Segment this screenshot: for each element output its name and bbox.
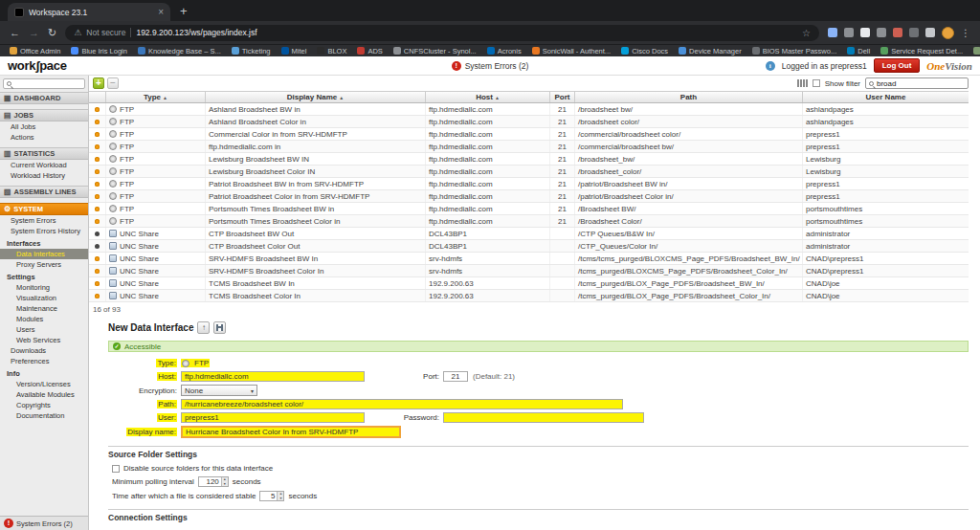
table-row[interactable]: FTPLewisburg Broadsheet Color INftp.hdme… [89, 166, 969, 178]
sidebar-item-actions[interactable]: Actions [0, 132, 88, 143]
table-row[interactable]: UNC ShareCTP Broadsheet BW OutDCL43BP1/C… [89, 228, 969, 240]
extension-icon[interactable] [844, 28, 854, 37]
sidebar-section-statistics[interactable]: ▥STATISTICS [0, 147, 88, 160]
table-row[interactable]: UNC ShareTCMS Broadsheet BW In192.9.200.… [89, 277, 969, 290]
browser-tab[interactable]: Workspace 23.1 × [8, 3, 170, 21]
remove-interface-button[interactable]: − [107, 77, 119, 89]
sidebar-item-downloads[interactable]: Downloads [0, 345, 88, 356]
not-secure-icon[interactable]: ⚠ [74, 29, 81, 37]
sidebar-item-documentation[interactable]: Documentation [0, 410, 88, 421]
bookmark-dell[interactable]: Dell [847, 47, 870, 55]
sidebar-search-input[interactable] [3, 78, 85, 89]
address-bar[interactable]: ⚠ Not secure 192.9.200.123/ws/pages/inde… [65, 25, 819, 41]
column-header-type[interactable]: Type▲ [106, 92, 206, 102]
sidebar-item-users[interactable]: Users [0, 324, 88, 335]
sidebar-item-proxy-servers[interactable]: Proxy Servers [0, 259, 88, 270]
sidebar-section-jobs[interactable]: ▤JOBS [0, 109, 88, 121]
column-header-status[interactable] [89, 92, 106, 102]
bookmark-how-to-install-and-s[interactable]: How to install and s... [973, 47, 980, 55]
sidebar-item-version-licenses[interactable]: Version/Licenses [0, 379, 88, 389]
sidebar-item-system-errors[interactable]: System Errors [0, 215, 88, 226]
sidebar-item-interfaces[interactable]: Interfaces [0, 238, 88, 249]
extension-icon[interactable] [877, 28, 886, 37]
host-field[interactable]: ftp.hdmediallc.com [181, 371, 365, 382]
table-row[interactable]: FTPPatriot Broadsheet BW in from SRV-HDM… [89, 178, 969, 190]
bookmark-blox[interactable]: BLOX [317, 47, 346, 55]
bookmark-bios-master-passwo[interactable]: BIOS Master Passwo... [752, 47, 837, 55]
bookmark-ads[interactable]: ADS [357, 47, 382, 55]
sidebar-item-modules[interactable]: Modules [0, 314, 88, 324]
add-interface-button[interactable]: + [93, 77, 104, 89]
sidebar-item-copyrights[interactable]: Copyrights [0, 400, 88, 410]
port-field[interactable]: 21 [443, 371, 468, 382]
sidebar-item-system-errors-history[interactable]: System Errors History [0, 226, 88, 236]
column-header-port[interactable]: Port [550, 92, 575, 102]
info-icon[interactable]: i [766, 61, 775, 71]
file-stable-stepper[interactable]: 5 ▴▾ [259, 491, 284, 501]
column-header-host[interactable]: Host▲ [426, 92, 550, 102]
new-tab-button[interactable]: + [180, 5, 188, 17]
extension-icon[interactable] [860, 28, 870, 37]
profile-avatar[interactable] [942, 27, 954, 39]
show-filter-checkbox[interactable] [813, 79, 820, 87]
disable-source-folders-checkbox[interactable] [112, 465, 120, 473]
sidebar-section-dashboard[interactable]: ▦DASHBOARD [0, 92, 88, 104]
stepper-arrows-icon[interactable]: ▴▾ [277, 492, 283, 500]
bookmark-office-admin[interactable]: Office Admin [10, 47, 60, 55]
sidebar-item-all-jobs[interactable]: All Jobs [0, 121, 88, 132]
polling-interval-stepper[interactable]: 120 ▴▾ [198, 476, 229, 487]
sidebar-system-errors[interactable]: ! System Errors (2) [0, 516, 88, 530]
bookmark-acronis[interactable]: Acronis [487, 47, 522, 55]
bookmark-knowledge-base-s[interactable]: Knowledge Base – S... [138, 47, 221, 55]
extension-icon[interactable] [828, 28, 837, 37]
bookmark-mitel[interactable]: Mitel [281, 47, 307, 55]
bookmark-service-request-det[interactable]: Service Request Det... [880, 47, 963, 55]
sidebar-item-available-modules[interactable]: Available Modules [0, 389, 88, 400]
sidebar-item-web-services[interactable]: Web Services [0, 335, 88, 345]
password-field[interactable] [443, 412, 644, 423]
table-row[interactable]: FTPAshland Broadsheet BW inftp.hdmediall… [89, 103, 969, 116]
table-row[interactable]: FTPPatriot Broadsheet Color in from SRV-… [89, 190, 969, 203]
encryption-select[interactable]: None▾ [181, 385, 257, 396]
sidebar-item-workload-history[interactable]: Workload History [0, 170, 88, 181]
table-row[interactable]: FTPftp.hdmediallc.com inftp.hdmediallc.c… [89, 141, 969, 153]
table-row[interactable]: FTPPortsmouth Times Broadsheet BW inftp.… [89, 203, 969, 215]
bookmark-blue-iris-login[interactable]: Blue Iris Login [71, 47, 127, 55]
extension-icon[interactable] [909, 28, 919, 37]
forward-icon[interactable]: → [29, 28, 39, 38]
tab-close-icon[interactable]: × [158, 8, 164, 17]
column-header-path[interactable]: Path [575, 92, 803, 102]
sidebar-item-data-interfaces[interactable]: Data Interfaces [0, 249, 88, 259]
extension-icon[interactable] [893, 28, 902, 37]
table-row[interactable]: UNC ShareTCMS Broadsheet Color In192.9.2… [89, 290, 969, 302]
sidebar-item-settings[interactable]: Settings [0, 272, 88, 282]
display-name-field[interactable]: Hurricane Broadsheet Color In from SRV-H… [181, 426, 401, 438]
path-field[interactable]: /hurricanebreeze/broadsheet color/ [181, 399, 623, 409]
table-row[interactable]: UNC ShareSRV-HDMFS Broadsheet BW Insrv-h… [89, 253, 969, 265]
browser-menu-icon[interactable]: ⋮ [961, 28, 970, 38]
bookmark-sonicwall-authent[interactable]: SonicWall - Authent... [532, 47, 611, 55]
sidebar-section-assembly-lines[interactable]: ▧ASSEMBLY LINES [0, 186, 88, 198]
bookmark-ticketing[interactable]: Ticketing [232, 47, 271, 55]
table-row[interactable]: UNC ShareSRV-HDMFS Broadsheet Color Insr… [89, 265, 969, 277]
table-row[interactable]: UNC ShareCTP Broadsheet Color OutDCL43BP… [89, 240, 969, 253]
save-button[interactable] [213, 321, 226, 334]
sidebar-item-monitoring[interactable]: Monitoring [0, 282, 88, 293]
refresh-icon[interactable]: ↻ [48, 28, 56, 38]
sidebar-item-info[interactable]: Info [0, 368, 88, 379]
extensions-puzzle-icon[interactable] [925, 28, 935, 37]
column-header-display-name[interactable]: Display Name▲ [206, 92, 426, 102]
sidebar-item-visualization[interactable]: Visualization [0, 293, 88, 303]
log-out-button[interactable]: Log Out [874, 58, 921, 73]
stepper-arrows-icon[interactable]: ▴▾ [221, 477, 228, 486]
sidebar-item-maintenance[interactable]: Maintenance [0, 303, 88, 314]
columns-icon[interactable] [797, 79, 808, 87]
bookmark-star-icon[interactable]: ☆ [802, 28, 811, 38]
sidebar-item-current-workload[interactable]: Current Workload [0, 160, 88, 170]
table-row[interactable]: FTPAshland Broadsheet Color inftp.hdmedi… [89, 116, 969, 128]
table-row[interactable]: FTPPortsmouth Times Broadsheet Color inf… [89, 215, 969, 228]
upload-button[interactable]: ↑ [197, 321, 210, 334]
bookmark-cisco-docs[interactable]: Cisco Docs [621, 47, 668, 55]
filter-search-input[interactable]: broad [865, 77, 969, 89]
column-header-user-name[interactable]: User Name [803, 92, 969, 102]
